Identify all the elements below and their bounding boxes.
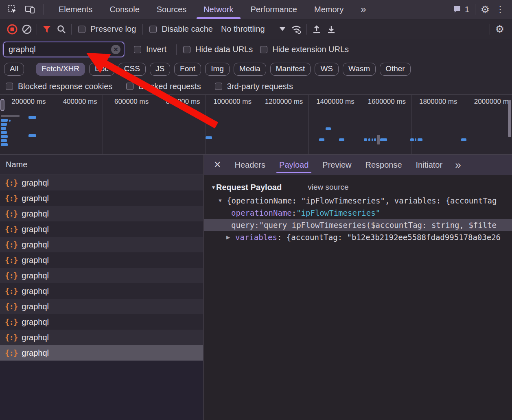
filter-chip-all[interactable]: All [4, 63, 24, 76]
throttling-select[interactable]: No throttling [217, 24, 289, 34]
table-row[interactable]: {:}graphql [0, 190, 203, 206]
timeline-request-bar [1, 131, 7, 134]
table-row[interactable]: {:}graphql [0, 314, 203, 330]
collapse-triangle-icon[interactable]: ▾ [212, 184, 215, 190]
flag-blocked-requests: Blocked requests [126, 82, 201, 91]
table-row[interactable]: {:}graphql [0, 283, 203, 299]
issues-count: 1 [465, 5, 469, 14]
filter-chip-doc[interactable]: Doc [89, 63, 114, 76]
request-name: graphql [22, 256, 49, 265]
network-filter-bar: ✕ Invert Hide data URLs Hide extension U… [0, 39, 512, 60]
preserve-log-checkbox[interactable] [78, 26, 85, 33]
tab-headers[interactable]: Headers [228, 155, 272, 175]
clear-filter-icon[interactable]: ✕ [111, 45, 120, 54]
payload-tree-row[interactable]: ▼{operationName: "ipFlowTimeseries", var… [204, 195, 512, 207]
timeline-request-bar [1, 123, 7, 126]
view-source-link[interactable]: view source [308, 183, 348, 192]
timeline-tick: 1000000 ms [206, 95, 257, 154]
network-conditions-icon[interactable] [289, 22, 304, 37]
network-overview-timeline[interactable]: 200000 ms400000 ms600000 ms800000 ms1000… [0, 94, 512, 155]
more-detail-tabs-icon[interactable]: » [449, 159, 465, 171]
request-details-panel: ✕ HeadersPayloadPreviewResponseInitiator… [204, 155, 512, 420]
timeline-tick: 1200000 ms [257, 95, 309, 154]
tab-console[interactable]: Console [101, 0, 148, 19]
request-name: graphql [22, 302, 49, 311]
record-network-log-icon[interactable] [5, 22, 20, 37]
search-icon[interactable] [54, 22, 69, 37]
hide-extension-urls-checkbox[interactable] [260, 46, 267, 53]
table-row[interactable]: {:}graphql [0, 175, 203, 190]
filter-chip-other[interactable]: Other [380, 63, 411, 76]
filter-input-box: ✕ [3, 42, 124, 57]
timeline-request-bar [206, 136, 212, 139]
payload-tree-row[interactable]: query: "query ipFlowTimeseries($accountT… [204, 219, 512, 231]
tab-elements[interactable]: Elements [50, 0, 101, 19]
import-har-icon[interactable] [309, 22, 324, 37]
filter-chip-js[interactable]: JS [150, 63, 170, 76]
timeline-drag-handle[interactable] [0, 99, 4, 111]
blocked-requests-checkbox[interactable] [126, 83, 133, 90]
timeline-request-bar [1, 143, 8, 146]
inspect-element-icon[interactable] [5, 2, 20, 17]
issues-icon [453, 5, 462, 14]
timeline-request-bar [415, 138, 416, 141]
collapsed-arrow-icon[interactable]: ▶ [226, 234, 235, 240]
tab-network[interactable]: Network [195, 0, 242, 19]
tab-response[interactable]: Response [358, 155, 409, 175]
tab-preview[interactable]: Preview [315, 155, 358, 175]
tab-performance[interactable]: Performance [242, 0, 306, 19]
tab-memory[interactable]: Memory [306, 0, 352, 19]
blocked-response-cookies-checkbox[interactable] [6, 83, 13, 90]
filter-chip-ws[interactable]: WS [315, 63, 339, 76]
hide-data-urls-checkbox[interactable] [183, 46, 190, 53]
preserve-log-label: Preserve log [90, 24, 136, 34]
filter-chip-media[interactable]: Media [234, 63, 266, 76]
payload-tree-row[interactable]: operationName: "ipFlowTimeseries" [204, 207, 512, 219]
3rd-party-requests-checkbox[interactable] [215, 83, 222, 90]
table-row[interactable]: {:}graphql [0, 268, 203, 283]
menu-icon[interactable]: ⋮ [492, 4, 508, 15]
filter-chip-css[interactable]: CSS [118, 63, 146, 76]
name-column-header[interactable]: Name [0, 155, 203, 175]
clear-network-log-icon[interactable] [20, 22, 34, 37]
timeline-tick: 600000 ms [103, 95, 154, 154]
issues-button[interactable]: 1 [449, 5, 473, 14]
timeline-scrollbar[interactable] [508, 100, 511, 137]
more-panels-icon[interactable]: » [352, 0, 374, 19]
filter-input[interactable] [4, 45, 101, 54]
export-har-icon[interactable] [324, 22, 339, 37]
timeline-request-bar [1, 139, 7, 142]
json-icon: {:} [5, 271, 18, 280]
filter-chip-manifest[interactable]: Manifest [270, 63, 311, 76]
tab-payload[interactable]: Payload [272, 155, 315, 175]
tab-initiator[interactable]: Initiator [409, 155, 450, 175]
filter-icon[interactable] [39, 22, 54, 37]
filter-chip-fetch-xhr[interactable]: Fetch/XHR [36, 63, 85, 76]
table-row[interactable]: {:}graphql [0, 206, 203, 221]
tab-sources[interactable]: Sources [148, 0, 195, 19]
table-row[interactable]: {:}graphql [0, 330, 203, 345]
device-toolbar-icon[interactable] [23, 2, 37, 17]
payload-segment: "query ipFlowTimeseries($accountTag: str… [259, 221, 497, 230]
settings-icon[interactable]: ⚙ [478, 2, 492, 17]
table-row[interactable]: {:}graphql [0, 299, 203, 314]
filter-chip-wasm[interactable]: Wasm [343, 63, 376, 76]
table-row[interactable]: {:}graphql [0, 237, 203, 252]
hide-data-urls-label: Hide data URLs [195, 45, 253, 54]
close-details-icon[interactable]: ✕ [206, 160, 228, 170]
filter-chip-font[interactable]: Font [174, 63, 201, 76]
timeline-request-bar [1, 127, 6, 130]
timeline-request-bar [9, 120, 11, 122]
network-toolbar: Preserve log Disable cache No throttling [0, 20, 512, 39]
network-settings-icon[interactable]: ⚙ [492, 22, 507, 37]
table-row[interactable]: {:}graphql [0, 345, 203, 361]
table-row[interactable]: {:}graphql [0, 252, 203, 268]
invert-checkbox[interactable] [134, 46, 141, 53]
expanded-arrow-icon[interactable]: ▼ [218, 198, 227, 203]
payload-tree-row[interactable]: ▶variables: {accountTag: "b12e3b2192ee55… [204, 231, 512, 243]
disable-cache-checkbox[interactable] [149, 26, 157, 33]
table-row[interactable]: {:}graphql [0, 221, 203, 237]
filter-chip-img[interactable]: Img [205, 63, 230, 76]
timeline-request-bar [410, 138, 414, 141]
json-icon: {:} [5, 317, 18, 326]
